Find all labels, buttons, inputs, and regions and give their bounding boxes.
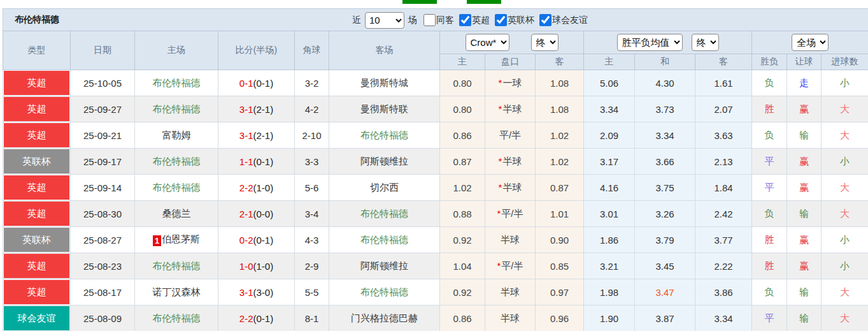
half-time-score: (2-1) [253,130,274,141]
away-team-cell: 布伦特福德 [329,201,440,227]
score-cell: 1-1(0-1) [218,149,295,175]
result-goals: 小 [822,149,868,175]
avg-away-odds: 1.61 [695,70,752,96]
avg-home-odds: 1.90 [584,305,635,331]
match-rows: 英超 25-10-05 布伦特福德 0-1(0-1) 3-2 曼彻斯特城 0.8… [3,70,868,331]
avg-away-odds: 3.34 [695,305,752,331]
result-handicap: 输 [787,305,822,331]
league-badge: 英超 [4,123,69,147]
filter-league-cup-checkbox[interactable] [495,14,507,26]
filter-friendly-checkbox[interactable] [539,14,551,26]
match-row: 英超 25-10-05 布伦特福德 0-1(0-1) 3-2 曼彻斯特城 0.8… [3,70,868,96]
league-badge: 英超 [4,280,69,304]
result-goals: 大 [822,201,868,227]
result-goals: 小 [822,253,868,279]
bookmaker-select[interactable]: Crow* [466,34,509,51]
handicap-odds-group-header: Crow* 终 [440,31,584,54]
handicap-home-odds: 0.86 [440,305,485,331]
full-time-score: 1-1 [239,156,253,167]
handicap-away-odds: 0.85 [536,253,584,279]
result-wdl: 平 [752,175,787,201]
handicap-line: 半球 [502,182,522,193]
corners: 2-10 [295,122,329,149]
avg-away-odds: 1.84 [695,175,752,201]
away-team-cell: 阿斯顿维拉 [329,253,440,279]
col-header-away: 客场 [329,31,440,70]
handicap-line: 半球 [501,286,520,297]
league-type-cell: 英联杯 [3,149,71,175]
away-team-cell: 曼彻斯特联 [329,96,440,122]
result-goals: 小 [822,227,868,253]
subheader-result: 胜负 [752,54,787,70]
league-type-cell: 球会友谊 [3,305,71,331]
result-handicap: 赢 [787,96,822,122]
odds-type-select[interactable]: 胜平负均值 [617,34,683,51]
away-team: 切尔西 [370,182,399,193]
bookmaker-time-select[interactable]: 终 [531,34,559,51]
result-handicap: 输 [787,201,822,227]
half-time-score: (1-0) [253,182,274,193]
handicap-line-cell: *平/半 [485,201,536,227]
odds-time-select[interactable]: 终 [692,34,719,51]
match-row: 英超 25-08-23 布伦特福德 1-0(1-0) 2-9 阿斯顿维拉 1.0… [3,253,868,279]
home-team-cell: 布伦特福德 [135,253,218,279]
full-time-score: 0-1 [239,78,253,89]
filter-epl-checkbox[interactable] [459,14,471,26]
handicap-home-odds: 0.92 [440,279,485,305]
league-type-cell: 英超 [3,70,71,96]
match-date: 25-08-30 [71,201,135,227]
league-type-cell: 英超 [3,122,71,149]
scope-select[interactable]: 全场 [792,34,829,51]
avg-draw-odds: 3.79 [635,227,695,253]
home-team: 桑德兰 [162,208,191,219]
league-badge: 英超 [4,202,69,226]
handicap-line: 半球 [502,156,522,166]
match-row: 英超 25-08-30 桑德兰 2-1(0-0) 3-4 布伦特福德 0.88 … [3,201,868,227]
score-cell: 2-2(1-0) [218,175,295,201]
handicap-star-icon: * [499,77,502,88]
match-row: 英超 25-08-17 诺丁汉森林 3-1(3-0) 5-5 布伦特福德 0.9… [3,279,868,305]
away-team-cell: 门兴格拉德巴赫 [329,305,440,331]
avg-home-odds: 3.01 [584,201,635,227]
red-card-badge: 1 [153,235,161,246]
handicap-line: 一球 [502,77,522,88]
handicap-away-odds: 0.90 [536,227,584,253]
full-time-score: 1-0 [239,261,253,272]
subheader-handicap-home: 主 [440,54,485,70]
score-cell: 3-1(2-1) [218,122,295,149]
subheader-goals: 进球数 [822,54,868,70]
home-team-cell: 1伯恩茅斯 [135,227,218,253]
match-date: 25-09-17 [71,149,135,175]
handicap-home-odds: 0.86 [440,122,485,149]
subheader-avg-home: 主 [584,54,635,70]
avg-draw-odds: 3.73 [635,96,695,122]
handicap-line: 半球 [501,313,520,323]
home-team-cell: 富勒姆 [135,122,218,149]
match-date: 25-09-27 [71,96,135,122]
score-cell: 3-1(2-1) [218,96,295,122]
home-team-cell: 布伦特福德 [135,96,218,122]
handicap-away-odds: 0.87 [536,175,584,201]
handicap-line-cell: *平/半 [485,253,536,279]
handicap-line-cell: *半球 [485,96,536,122]
same-away-checkbox[interactable] [423,14,436,26]
home-team: 布伦特福德 [153,103,201,114]
score-cell: 3-1(3-0) [218,279,295,305]
league-badge: 英超 [4,254,69,278]
handicap-line: 平/半 [499,129,521,140]
recent-count-select[interactable]: 10 [365,12,404,29]
away-team-cell: 布伦特福德 [329,227,440,253]
result-handicap: 赢 [787,227,822,253]
league-badge: 英超 [4,175,69,200]
filter-epl-label: 英超 [472,15,490,26]
handicap-away-odds: 0.97 [536,279,584,305]
away-team: 布伦特福德 [360,286,408,297]
avg-away-odds: 3.77 [695,227,752,253]
result-goals: 小 [822,70,868,96]
handicap-line-cell: 半球 [485,279,536,305]
home-team: 布伦特福德 [153,313,201,323]
handicap-star-icon: * [497,208,501,219]
half-time-score: (3-0) [253,287,274,298]
col-header-home: 主场 [135,31,218,70]
handicap-star-icon: * [499,156,502,166]
